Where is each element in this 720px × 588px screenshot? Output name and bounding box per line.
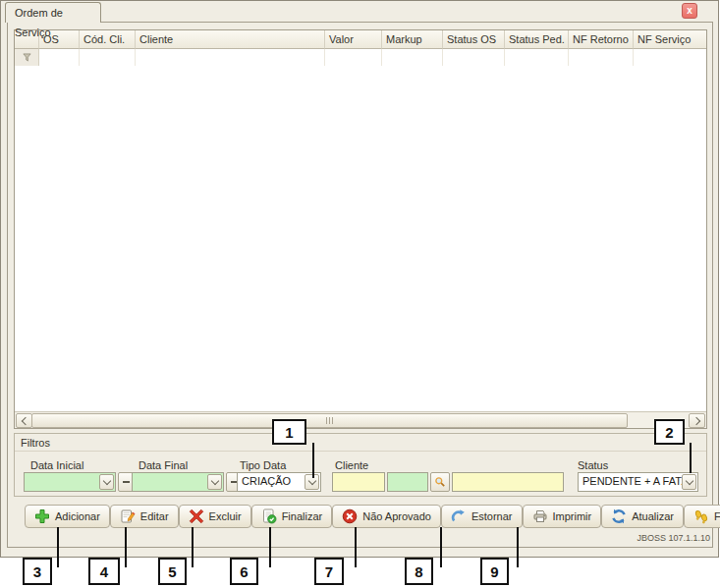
not-approved-icon [342, 508, 358, 524]
scrollbar-thumb[interactable] [31, 413, 628, 428]
cliente-label: Cliente [335, 459, 368, 471]
refresh-icon [611, 508, 627, 524]
chevron-down-icon [102, 477, 110, 485]
finalizar-button[interactable]: Finalizar [251, 505, 333, 528]
callout-line-1 [312, 443, 314, 478]
filter-cell-cliente[interactable] [136, 49, 325, 66]
horizontal-scrollbar[interactable] [15, 411, 706, 428]
column-header-status-ped[interactable]: Status Ped. [505, 30, 569, 49]
excluir-button[interactable]: Excluir [179, 505, 251, 528]
filter-cell-status-os[interactable] [443, 49, 505, 66]
minus-icon [123, 481, 130, 483]
chevron-right-icon [692, 416, 699, 424]
data-final-dropdown-button[interactable] [207, 474, 222, 490]
filters-panel: Filtros Data Inicial Data Final Tipo Dat… [14, 433, 707, 497]
callout-6: 6 [230, 558, 258, 585]
cliente-code-input[interactable] [332, 472, 385, 492]
filter-row-indicator [15, 49, 39, 66]
scroll-right-button[interactable] [689, 413, 705, 428]
undo-arrow-icon [451, 508, 467, 524]
data-final-input[interactable] [132, 472, 224, 492]
filter-cell-status-ped[interactable] [505, 49, 569, 66]
cliente-search-button[interactable] [430, 472, 450, 492]
data-inicial-label: Data Inicial [30, 459, 83, 471]
filter-cell-markup[interactable] [382, 49, 443, 66]
column-header-status-os[interactable]: Status OS [443, 30, 505, 49]
adicionar-button[interactable]: Adicionar [25, 505, 110, 528]
scrollbar-grip [326, 417, 327, 424]
tab-ordem-de-servico[interactable]: Ordem de Serviço [5, 2, 101, 23]
callout-8: 8 [405, 558, 433, 585]
filters-caption-separator [15, 451, 706, 452]
column-header-valor[interactable]: Valor [325, 30, 382, 49]
auto-filter-row [15, 49, 706, 67]
data-inicial-input[interactable] [24, 472, 116, 492]
screenshot-root: Ordem de Serviço x OS Cód. Cli. Cliente … [0, 0, 720, 588]
tipo-data-label: Tipo Data [240, 459, 286, 471]
callout-line-3 [57, 527, 59, 567]
orders-grid: OS Cód. Cli. Cliente Valor Markup Status… [14, 29, 707, 429]
callout-1: 1 [272, 419, 306, 445]
filter-cell-os[interactable] [39, 49, 80, 66]
red-x-icon [189, 508, 204, 524]
nao-aprovado-button[interactable]: Não Aprovado [332, 505, 441, 528]
tipo-data-value: CRIAÇÃO [242, 473, 305, 490]
column-header-nf-servico[interactable]: NF Serviço [634, 30, 706, 49]
estornar-button[interactable]: Estornar [441, 505, 523, 528]
callout-line-9 [517, 527, 519, 567]
filter-cell-nf-retorno[interactable] [569, 49, 634, 66]
action-button-bar: Adicionar Editar Excluir Finalizar Não A… [25, 505, 706, 528]
scroll-left-button[interactable] [16, 413, 32, 428]
callout-9: 9 [480, 558, 509, 585]
status-combobox[interactable]: PENDENTE + A FAT... [578, 472, 698, 492]
chevron-down-icon [307, 477, 315, 485]
callout-line-8 [440, 527, 442, 567]
printer-icon [532, 508, 548, 524]
document-check-icon [261, 508, 277, 524]
callout-line-2 [690, 443, 692, 473]
editar-button[interactable]: Editar [110, 505, 179, 528]
edit-pencil-icon [120, 508, 136, 524]
column-header-cliente[interactable]: Cliente [136, 30, 325, 49]
status-value: PENDENTE + A FAT... [582, 473, 683, 490]
callout-2: 2 [654, 419, 685, 445]
data-final-label: Data Final [138, 459, 188, 471]
chevron-down-icon [210, 477, 218, 485]
tipo-data-combobox[interactable]: CRIAÇÃO [237, 472, 321, 492]
filter-funnel-icon [23, 53, 31, 62]
grid-empty-body[interactable] [15, 66, 706, 412]
grid-header-row: OS Cód. Cli. Cliente Valor Markup Status… [15, 30, 706, 49]
callout-line-7 [355, 527, 357, 567]
callout-line-6 [269, 527, 271, 567]
cliente-lookup-input[interactable] [387, 472, 428, 492]
callout-line-4 [125, 527, 127, 567]
atualizar-button[interactable]: Atualizar [601, 505, 684, 528]
column-header-cod-cli[interactable]: Cód. Cli. [80, 30, 136, 49]
column-header-nf-retorno[interactable]: NF Retorno [569, 30, 634, 49]
close-button[interactable]: x [682, 3, 697, 19]
cliente-name-input[interactable] [452, 472, 564, 492]
callout-5: 5 [158, 558, 187, 585]
close-icon: x [687, 5, 692, 16]
footprints-icon [693, 508, 709, 524]
search-icon [434, 476, 446, 488]
plus-icon [34, 508, 50, 524]
filter-cell-valor[interactable] [325, 49, 382, 66]
callout-line-5 [192, 527, 194, 567]
version-label: JBOSS 107.1.1.10 [637, 533, 710, 543]
callout-4: 4 [88, 558, 120, 585]
imprimir-button[interactable]: Imprimir [523, 505, 602, 528]
callout-3: 3 [23, 558, 52, 585]
callout-7: 7 [314, 558, 344, 585]
status-label: Status [578, 459, 608, 471]
status-dropdown-button[interactable] [682, 474, 696, 490]
data-inicial-dropdown-button[interactable] [99, 474, 114, 490]
chevron-down-icon [685, 477, 692, 485]
filter-cell-nf-servico[interactable] [634, 49, 706, 66]
column-header-markup[interactable]: Markup [382, 30, 443, 49]
filters-caption: Filtros [21, 437, 50, 449]
fechar-button[interactable]: Fechar [684, 505, 720, 528]
filter-cell-cod-cli[interactable] [80, 49, 136, 66]
chevron-left-icon [21, 416, 28, 424]
